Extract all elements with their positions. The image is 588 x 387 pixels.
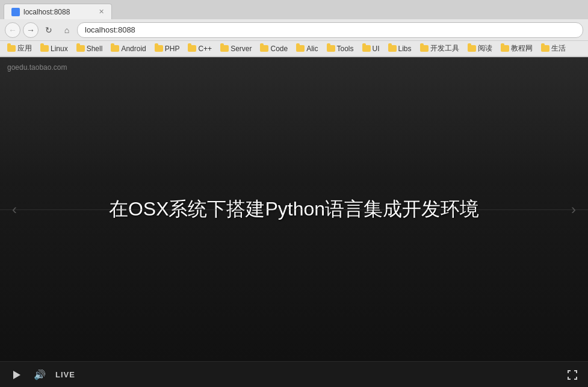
bookmark-label: Linux bbox=[51, 45, 68, 53]
volume-button[interactable]: 🔊 bbox=[31, 367, 48, 383]
nav-bar: ← → ↻ ⌂ localhost:8088 bbox=[0, 19, 588, 41]
bookmark-C++[interactable]: C++ bbox=[184, 43, 215, 54]
folder-icon bbox=[188, 45, 196, 53]
volume-icon: 🔊 bbox=[34, 369, 46, 380]
folder-icon bbox=[7, 45, 16, 53]
watermark: goedu.taobao.com bbox=[7, 63, 67, 72]
bookmark-label: C++ bbox=[198, 45, 212, 53]
bookmark-应用[interactable]: 应用 bbox=[4, 42, 36, 55]
video-player[interactable]: goedu.taobao.com ‹ 在OSX系统下搭建Python语言集成开发… bbox=[0, 57, 588, 361]
bookmark-label: 生活 bbox=[551, 43, 566, 54]
address-bar[interactable]: localhost:8088 bbox=[77, 22, 583, 38]
bookmark-label: Shell bbox=[87, 45, 103, 53]
bookmark-Android[interactable]: Android bbox=[107, 43, 149, 54]
folder-icon bbox=[388, 45, 397, 53]
fullscreen-button[interactable] bbox=[564, 367, 581, 383]
folder-icon bbox=[296, 45, 305, 53]
browser-tab[interactable]: localhost:8088 ✕ bbox=[4, 4, 112, 19]
fullscreen-icon bbox=[567, 370, 578, 380]
bookmark-Code[interactable]: Code bbox=[256, 43, 291, 54]
bookmark-label: Libs bbox=[398, 45, 412, 53]
bookmark-label: 教程网 bbox=[511, 43, 533, 54]
bookmark-label: Android bbox=[121, 45, 146, 53]
folder-icon bbox=[40, 45, 49, 53]
tab-favicon bbox=[11, 8, 20, 16]
home-button[interactable]: ⌂ bbox=[59, 22, 75, 38]
folder-icon bbox=[362, 45, 371, 53]
browser-chrome: localhost:8088 ✕ ← → ↻ ⌂ localhost:8088 … bbox=[0, 0, 588, 57]
folder-icon bbox=[155, 45, 163, 53]
bookmark-label: UI bbox=[373, 45, 380, 53]
url-text: localhost:8088 bbox=[85, 25, 135, 34]
bookmark-阅读[interactable]: 阅读 bbox=[464, 42, 496, 55]
bookmark-label: Code bbox=[270, 45, 288, 53]
next-arrow-icon[interactable]: › bbox=[571, 201, 576, 218]
bookmark-Server[interactable]: Server bbox=[217, 43, 255, 54]
bookmark-label: Alic bbox=[306, 45, 318, 53]
tab-close-button[interactable]: ✕ bbox=[99, 8, 104, 16]
play-button[interactable] bbox=[7, 367, 24, 383]
bookmark-Libs[interactable]: Libs bbox=[385, 43, 415, 54]
folder-icon bbox=[420, 45, 429, 53]
tab-bar: localhost:8088 ✕ bbox=[0, 0, 588, 19]
page-content: goedu.taobao.com ‹ 在OSX系统下搭建Python语言集成开发… bbox=[0, 57, 588, 387]
prev-arrow-icon[interactable]: ‹ bbox=[12, 201, 17, 218]
bookmarks-bar: 应用 Linux Shell Android PHP C++ Server C bbox=[0, 41, 588, 57]
bookmark-label: 应用 bbox=[17, 43, 32, 54]
folder-icon bbox=[327, 45, 335, 53]
bookmark-Tools[interactable]: Tools bbox=[323, 43, 357, 54]
bookmark-开发工具[interactable]: 开发工具 bbox=[416, 42, 463, 55]
play-icon bbox=[13, 371, 20, 379]
bookmark-PHP[interactable]: PHP bbox=[151, 43, 184, 54]
bookmark-label: Tools bbox=[337, 45, 354, 53]
folder-icon bbox=[76, 45, 85, 53]
bookmark-Shell[interactable]: Shell bbox=[73, 43, 107, 54]
back-button[interactable]: ← bbox=[5, 22, 20, 38]
bookmark-label: Server bbox=[231, 45, 252, 53]
video-controls-bar: 🔊 LIVE bbox=[0, 361, 588, 387]
folder-icon bbox=[111, 45, 119, 53]
tab-label: localhost:8088 bbox=[23, 8, 70, 16]
folder-icon bbox=[501, 45, 509, 53]
bookmark-Alic[interactable]: Alic bbox=[292, 43, 321, 54]
live-badge: LIVE bbox=[55, 370, 75, 379]
bookmark-生活[interactable]: 生活 bbox=[537, 42, 569, 55]
folder-icon bbox=[541, 45, 549, 53]
bookmark-教程网[interactable]: 教程网 bbox=[497, 42, 536, 55]
reload-button[interactable]: ↻ bbox=[41, 22, 57, 38]
bookmark-label: 开发工具 bbox=[430, 43, 459, 54]
bookmark-Linux[interactable]: Linux bbox=[37, 43, 72, 54]
folder-icon bbox=[468, 45, 476, 53]
folder-icon bbox=[220, 45, 229, 53]
forward-button[interactable]: → bbox=[23, 22, 39, 38]
bookmark-UI[interactable]: UI bbox=[359, 43, 383, 54]
video-divider bbox=[0, 209, 588, 210]
bookmark-label: PHP bbox=[165, 45, 180, 53]
folder-icon bbox=[260, 45, 268, 53]
bookmark-label: 阅读 bbox=[478, 43, 492, 54]
